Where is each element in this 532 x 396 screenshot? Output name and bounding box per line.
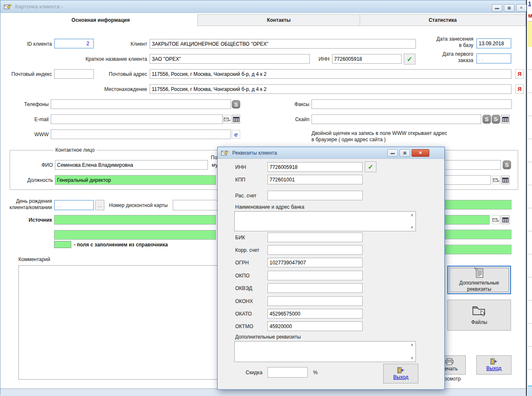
faxes-label: Факсы: [272, 101, 309, 108]
www-hint: Двойной щелчек на запись в поле WWW откр…: [311, 130, 447, 143]
tab-main-info[interactable]: Основная информация: [4, 14, 197, 26]
reference-field-5[interactable]: [444, 245, 511, 254]
dlg-okved-input[interactable]: [267, 283, 363, 293]
skype-input[interactable]: [311, 114, 481, 124]
reference-send-mail-button[interactable]: [492, 215, 500, 224]
position-input[interactable]: [55, 175, 216, 185]
inn-label: ИНН: [309, 56, 330, 62]
short-name-input[interactable]: [150, 54, 310, 64]
discount-card-input[interactable]: [173, 200, 223, 210]
fio-input[interactable]: [55, 160, 208, 170]
phones-label: Телефоны: [11, 101, 49, 108]
dlg-oktmo-label: ОКТМО: [235, 324, 253, 330]
short-name-label: Краткое название клиента: [63, 56, 147, 62]
legend-text: - поля с заполнением из справочника: [74, 242, 168, 248]
dlg-discount-input[interactable]: [267, 367, 308, 378]
exit-label: Выход: [486, 365, 501, 372]
inn-input[interactable]: [332, 54, 402, 64]
extra-requisites-label: Дополнительные реквизиты: [459, 280, 499, 292]
email-list-button[interactable]: [232, 115, 240, 124]
dlg-extra-label: Дополнительные реквизиты: [235, 334, 301, 340]
id-input[interactable]: [54, 39, 94, 49]
dlg-account-input[interactable]: [267, 191, 363, 200]
dlg-bank-textarea[interactable]: ∧ ∨: [234, 211, 416, 231]
inn-check-button[interactable]: ✓: [404, 54, 415, 65]
first-order-input[interactable]: [476, 53, 511, 64]
date-added-label: Дата занесения в базу: [424, 36, 473, 49]
open-browser-button[interactable]: e: [232, 130, 240, 139]
contact-send-mail-button[interactable]: [492, 176, 500, 184]
client-input[interactable]: [150, 39, 416, 49]
tab-statistics[interactable]: Статистика: [360, 14, 526, 26]
scroll-up-icon[interactable]: ∧: [410, 343, 413, 347]
email-input[interactable]: [51, 114, 223, 124]
dlg-ogrn-input[interactable]: [267, 258, 363, 267]
phones-input[interactable]: [51, 99, 231, 109]
tab-contacts[interactable]: Контакты: [197, 14, 360, 26]
birthday-input[interactable]: [54, 200, 94, 210]
postal-index-label: Почтовый индекс: [6, 71, 52, 78]
reference-list-button[interactable]: [501, 215, 510, 224]
postal-address-input[interactable]: [150, 69, 511, 79]
dlg-okved-label: ОКВЭД: [235, 285, 252, 292]
dlg-okato-input[interactable]: [267, 309, 363, 318]
dialog-close-button[interactable]: ✕: [412, 149, 429, 157]
dlg-okpo-input[interactable]: [267, 271, 363, 280]
mail-pen-icon: [221, 150, 229, 156]
dlg-discount-label: Скидка: [246, 370, 262, 376]
yandex-address-button[interactable]: Я: [515, 69, 524, 79]
dlg-oktmo-input[interactable]: [267, 321, 363, 331]
source-label: Источник: [14, 217, 52, 223]
maximize-button[interactable]: ▣: [504, 4, 514, 12]
dlg-bik-label: БИК: [235, 235, 245, 241]
scroll-up-icon[interactable]: ∧: [410, 213, 413, 217]
contact-skype-icon[interactable]: S: [503, 160, 511, 169]
dialog-minimize-button[interactable]: ▬: [387, 149, 398, 157]
minimize-button[interactable]: ▬: [492, 4, 502, 12]
dlg-inn-label: ИНН: [235, 164, 246, 171]
dlg-okonh-input[interactable]: [267, 296, 363, 306]
main-titlebar[interactable]: Карточка клиента -: [0, 0, 526, 13]
source-input[interactable]: [54, 215, 216, 225]
document-pen-icon: [474, 267, 485, 278]
dialog-maximize-button[interactable]: ▣: [400, 149, 410, 157]
reference-field-1[interactable]: [444, 200, 511, 210]
date-added-input[interactable]: [476, 38, 511, 49]
exit-door-icon: [397, 367, 405, 373]
scroll-down-icon[interactable]: ∨: [410, 356, 413, 360]
contact-email-input[interactable]: [444, 175, 491, 185]
contact-email-list-button[interactable]: [501, 176, 510, 184]
exit-button[interactable]: Выход: [476, 355, 511, 375]
reference-field-3[interactable]: [54, 230, 216, 240]
reference-field-4[interactable]: [444, 230, 511, 239]
dlg-bank-label: Наименование и адрес банка: [235, 204, 304, 210]
yandex-location-button[interactable]: Я: [515, 84, 524, 94]
www-label: WWW: [11, 132, 49, 138]
location-input[interactable]: [150, 84, 511, 94]
skype-icon[interactable]: S: [483, 115, 491, 124]
send-mail-button[interactable]: [223, 115, 231, 124]
close-button[interactable]: ✕: [516, 4, 527, 12]
dlg-inn-check-button[interactable]: ✓: [365, 161, 376, 172]
dlg-corr-input[interactable]: [267, 245, 363, 255]
skype-call-icon[interactable]: S: [232, 100, 240, 109]
contact-phone-input[interactable]: [444, 160, 501, 170]
dlg-extra-textarea[interactable]: ∧ ∨: [234, 341, 416, 362]
dlg-corr-label: Корр. счет: [235, 247, 260, 254]
scroll-down-icon[interactable]: ∨: [410, 225, 413, 229]
birthday-browse-button[interactable]: ...: [95, 200, 104, 210]
skype-add-icon[interactable]: Sı: [492, 115, 500, 124]
dlg-inn-input[interactable]: [267, 162, 363, 172]
table-icon: [502, 217, 509, 223]
postal-index-input[interactable]: [54, 69, 94, 79]
faxes-input[interactable]: [311, 99, 512, 109]
www-input[interactable]: [51, 129, 231, 139]
extra-requisites-button[interactable]: Дополнительные реквизиты: [447, 266, 511, 294]
desktop: { "window": { "title": "Карточка клиента…: [0, 0, 532, 396]
dlg-bik-input[interactable]: [267, 233, 363, 242]
reference-field-2[interactable]: [444, 215, 490, 225]
dlg-kpp-input[interactable]: [267, 175, 363, 184]
skype-list-button[interactable]: [501, 115, 510, 124]
dlg-exit-button[interactable]: Выход: [383, 364, 418, 383]
files-button[interactable]: Файлы: [447, 300, 511, 331]
